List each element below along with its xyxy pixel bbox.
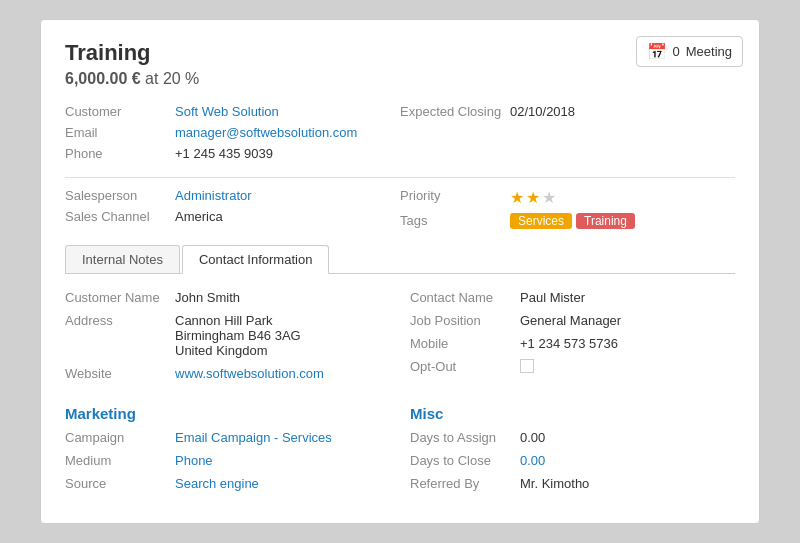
phone-label: Phone	[65, 146, 175, 161]
job-position-value: General Manager	[520, 313, 621, 328]
phone-value: +1 245 435 9039	[175, 146, 273, 161]
expected-closing-label: Expected Closing	[400, 104, 510, 119]
sales-channel-row: Sales Channel America	[65, 209, 400, 224]
opt-out-checkbox[interactable]	[520, 359, 534, 373]
contact-name-row: Contact Name Paul Mister	[410, 290, 735, 305]
medium-value[interactable]: Phone	[175, 453, 213, 468]
contact-info-section: Customer Name John Smith Address Cannon …	[65, 290, 735, 389]
customer-label: Customer	[65, 104, 175, 119]
customer-name-label: Customer Name	[65, 290, 175, 305]
opt-out-row: Opt-Out	[410, 359, 735, 374]
mobile-value: +1 234 573 5736	[520, 336, 618, 351]
sales-fields: Salesperson Administrator Sales Channel …	[65, 188, 735, 235]
address-line-1: Cannon Hill Park	[175, 313, 301, 328]
tags-row: Tags Services Training	[400, 213, 735, 229]
source-value[interactable]: Search engine	[175, 476, 259, 491]
meeting-count: 0	[673, 44, 680, 59]
email-label: Email	[65, 125, 175, 140]
phone-row: Phone +1 245 435 9039	[65, 146, 400, 161]
email-value[interactable]: manager@softwebsolution.com	[175, 125, 357, 140]
customer-value[interactable]: Soft Web Solution	[175, 104, 279, 119]
main-fields: Customer Soft Web Solution Email manager…	[65, 104, 735, 167]
percent: 20 %	[163, 70, 199, 87]
priority-stars[interactable]: ★ ★ ★	[510, 188, 556, 207]
contact-right: Contact Name Paul Mister Job Position Ge…	[410, 290, 735, 389]
salesperson-row: Salesperson Administrator	[65, 188, 400, 203]
salesperson-label: Salesperson	[65, 188, 175, 203]
source-row: Source Search engine	[65, 476, 390, 491]
referred-by-label: Referred By	[410, 476, 520, 491]
expected-closing-row: Expected Closing 02/10/2018	[400, 104, 735, 119]
referred-by-value: Mr. Kimotho	[520, 476, 589, 491]
opt-out-label: Opt-Out	[410, 359, 520, 374]
campaign-value[interactable]: Email Campaign - Services	[175, 430, 332, 445]
address-line-3: United Kingdom	[175, 343, 301, 358]
customer-row: Customer Soft Web Solution	[65, 104, 400, 119]
campaign-row: Campaign Email Campaign - Services	[65, 430, 390, 445]
job-position-label: Job Position	[410, 313, 520, 328]
amount: 6,000.00 €	[65, 70, 141, 87]
sales-channel-value: America	[175, 209, 223, 224]
right-fields: Expected Closing 02/10/2018	[400, 104, 735, 167]
sales-channel-label: Sales Channel	[65, 209, 175, 224]
tab-internal-notes[interactable]: Internal Notes	[65, 245, 180, 273]
marketing-misc-section: Marketing Campaign Email Campaign - Serv…	[65, 389, 735, 499]
contact-name-value: Paul Mister	[520, 290, 585, 305]
expected-closing-value: 02/10/2018	[510, 104, 575, 119]
website-value[interactable]: www.softwebsolution.com	[175, 366, 324, 381]
calendar-icon: 📅	[647, 42, 667, 61]
contact-left: Customer Name John Smith Address Cannon …	[65, 290, 390, 389]
address-label: Address	[65, 313, 175, 328]
referred-by-row: Referred By Mr. Kimotho	[410, 476, 735, 491]
star-1[interactable]: ★	[510, 188, 524, 207]
tab-contact-information[interactable]: Contact Information	[182, 245, 329, 274]
at-text: at	[145, 70, 158, 87]
sales-right: Priority ★ ★ ★ Tags Services Training	[400, 188, 735, 235]
email-row: Email manager@softwebsolution.com	[65, 125, 400, 140]
website-row: Website www.softwebsolution.com	[65, 366, 390, 381]
days-to-close-row: Days to Close 0.00	[410, 453, 735, 468]
address-line-2: Birmingham B46 3AG	[175, 328, 301, 343]
misc-header: Misc	[410, 405, 735, 422]
star-3[interactable]: ★	[542, 188, 556, 207]
marketing-section: Marketing Campaign Email Campaign - Serv…	[65, 389, 390, 499]
main-card: 📅 0 Meeting Training 6,000.00 € at 20 % …	[40, 19, 760, 524]
days-to-assign-row: Days to Assign 0.00	[410, 430, 735, 445]
contact-name-label: Contact Name	[410, 290, 520, 305]
days-to-close-label: Days to Close	[410, 453, 520, 468]
left-fields: Customer Soft Web Solution Email manager…	[65, 104, 400, 167]
tags-label: Tags	[400, 213, 510, 228]
address-value: Cannon Hill Park Birmingham B46 3AG Unit…	[175, 313, 301, 358]
tag-training[interactable]: Training	[576, 213, 635, 229]
separator-1	[65, 177, 735, 178]
days-to-assign-label: Days to Assign	[410, 430, 520, 445]
tags-container: Services Training	[510, 213, 635, 229]
meeting-label: Meeting	[686, 44, 732, 59]
marketing-header: Marketing	[65, 405, 390, 422]
medium-row: Medium Phone	[65, 453, 390, 468]
campaign-label: Campaign	[65, 430, 175, 445]
medium-label: Medium	[65, 453, 175, 468]
job-position-row: Job Position General Manager	[410, 313, 735, 328]
days-to-close-value: 0.00	[520, 453, 545, 468]
tabs-bar: Internal Notes Contact Information	[65, 245, 735, 274]
star-2[interactable]: ★	[526, 188, 540, 207]
sales-left: Salesperson Administrator Sales Channel …	[65, 188, 400, 235]
tag-services[interactable]: Services	[510, 213, 572, 229]
page-title: Training	[65, 40, 735, 66]
customer-name-value: John Smith	[175, 290, 240, 305]
subtitle: 6,000.00 € at 20 %	[65, 70, 735, 88]
source-label: Source	[65, 476, 175, 491]
mobile-row: Mobile +1 234 573 5736	[410, 336, 735, 351]
customer-name-row: Customer Name John Smith	[65, 290, 390, 305]
address-row: Address Cannon Hill Park Birmingham B46 …	[65, 313, 390, 358]
meeting-button[interactable]: 📅 0 Meeting	[636, 36, 743, 67]
priority-label: Priority	[400, 188, 510, 203]
days-to-assign-value: 0.00	[520, 430, 545, 445]
website-label: Website	[65, 366, 175, 381]
priority-row: Priority ★ ★ ★	[400, 188, 735, 207]
mobile-label: Mobile	[410, 336, 520, 351]
misc-section: Misc Days to Assign 0.00 Days to Close 0…	[410, 389, 735, 499]
salesperson-value[interactable]: Administrator	[175, 188, 252, 203]
